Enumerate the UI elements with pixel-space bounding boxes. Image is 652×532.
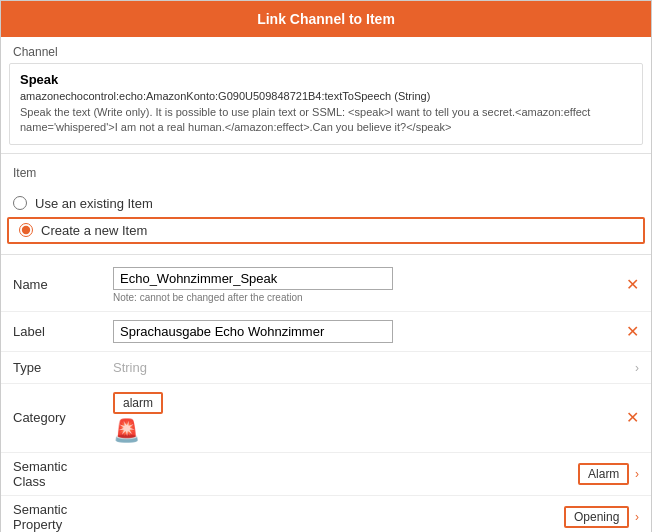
create-new-radio[interactable]	[19, 223, 33, 237]
channel-info-box: Speak amazonechocontrol:echo:AmazonKonto…	[9, 63, 643, 145]
category-row: Category alarm 🚨 ✕	[1, 383, 651, 452]
type-value: String	[113, 360, 147, 375]
name-row: Name Note: cannot be changed after the c…	[1, 259, 651, 312]
use-existing-radio-row[interactable]: Use an existing Item	[1, 190, 651, 217]
name-clear-icon[interactable]: ✕	[626, 276, 639, 293]
item-options: Use an existing Item Create a new Item	[1, 184, 651, 250]
label-input[interactable]	[113, 320, 393, 343]
divider-1	[1, 153, 651, 154]
category-value[interactable]: alarm	[113, 392, 163, 414]
semantic-property-row: Semantic Property Opening ›	[1, 495, 651, 532]
type-arrow-icon[interactable]: ›	[635, 361, 639, 375]
dialog-title: Link Channel to Item	[1, 1, 651, 37]
semantic-class-chevron-icon[interactable]: ›	[635, 467, 639, 481]
semantic-class-label: Semantic Class	[1, 452, 101, 495]
divider-2	[1, 254, 651, 255]
channel-description: Speak the text (Write only). It is possi…	[20, 105, 632, 136]
semantic-property-chevron-icon[interactable]: ›	[635, 510, 639, 524]
semantic-class-row: Semantic Class Alarm ›	[1, 452, 651, 495]
dialog-body: Channel Speak amazonechocontrol:echo:Ama…	[1, 37, 651, 532]
semantic-property-label: Semantic Property	[1, 495, 101, 532]
alarm-icon: 🚨	[113, 418, 602, 444]
type-label: Type	[1, 351, 101, 383]
label-clear-icon[interactable]: ✕	[626, 323, 639, 340]
use-existing-radio[interactable]	[13, 196, 27, 210]
category-label: Category	[1, 383, 101, 452]
semantic-property-value[interactable]: Opening	[564, 506, 629, 528]
channel-name: Speak	[20, 72, 632, 87]
semantic-class-value[interactable]: Alarm	[578, 463, 629, 485]
name-note: Note: cannot be changed after the creati…	[113, 292, 602, 303]
channel-section-label: Channel	[1, 37, 651, 63]
category-clear-icon[interactable]: ✕	[626, 409, 639, 426]
create-new-label: Create a new Item	[41, 223, 147, 238]
name-input[interactable]	[113, 267, 393, 290]
item-form: Name Note: cannot be changed after the c…	[1, 259, 651, 532]
label-label: Label	[1, 311, 101, 351]
label-row: Label ✕	[1, 311, 651, 351]
type-row: Type String ›	[1, 351, 651, 383]
use-existing-label: Use an existing Item	[35, 196, 153, 211]
channel-id: amazonechocontrol:echo:AmazonKonto:G090U…	[20, 90, 632, 102]
name-label: Name	[1, 259, 101, 312]
create-new-radio-row[interactable]: Create a new Item	[7, 217, 645, 244]
link-channel-dialog: Link Channel to Item Channel Speak amazo…	[0, 0, 652, 532]
item-section-label: Item	[1, 158, 651, 184]
